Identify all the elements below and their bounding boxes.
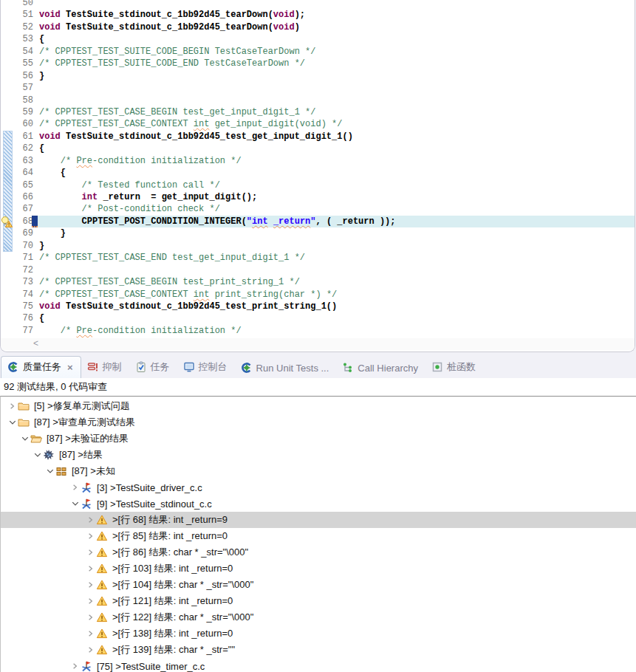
tree-row[interactable]: >[行 85] 结果: int _return=0 [1, 528, 636, 544]
code-line[interactable]: 63 /* Pre-condition initialization */ [1, 155, 635, 167]
line-number[interactable]: 55 [1, 58, 33, 69]
chevron-collapsed-icon[interactable] [85, 514, 96, 526]
chevron-collapsed-icon[interactable] [85, 611, 96, 623]
code-line[interactable]: 56} [1, 70, 635, 82]
chevron-expanded-icon[interactable] [44, 465, 55, 477]
chevron-expanded-icon[interactable] [32, 449, 43, 461]
tree-row[interactable]: [87] >审查单元测试结果 [1, 414, 636, 431]
code-line[interactable]: 59/* CPPTEST_TEST_CASE_BEGIN test_get_in… [1, 106, 635, 118]
chevron-collapsed-icon[interactable] [69, 660, 81, 672]
code-text: TestSuite_stdinout_c_1bb92d45_tearDown( [61, 10, 273, 20]
tree-row-label: [5] >修复单元测试问题 [33, 400, 130, 413]
code-text: { [39, 168, 66, 178]
tree-row-label: [3] >TestSuite_driver_c.c [96, 482, 202, 493]
code-line[interactable]: 58 [1, 95, 635, 106]
chevron-collapsed-icon[interactable] [85, 546, 96, 558]
tree-row[interactable]: >[行 122] 结果: char * _str="\000" [1, 609, 636, 625]
line-number[interactable]: 52 [1, 21, 33, 33]
bottom-view: 质量任务×抑制任务控制台Run Unit Tests ...Call Hiera… [0, 352, 636, 672]
line-number[interactable]: 50 [1, 0, 33, 9]
line-number[interactable]: 75 [1, 301, 33, 312]
warning-icon [96, 546, 108, 558]
quickfix-warning-bulb-icon[interactable] [1, 216, 13, 227]
code-line[interactable]: 77 /* Pre-condition initialization */ [1, 325, 635, 337]
tree-row[interactable]: [5] >修复单元测试问题 [1, 398, 636, 414]
tab-控制台[interactable]: 控制台 [177, 357, 235, 378]
chevron-collapsed-icon[interactable] [7, 400, 18, 412]
tree-row[interactable]: >[行 138] 结果: int _return=0 [1, 625, 636, 642]
tree-row[interactable]: >[行 104] 结果: char * _str="\000" [1, 577, 636, 593]
code-line[interactable]: 50 [1, 0, 635, 9]
chevron-collapsed-icon[interactable] [85, 530, 96, 542]
code-line[interactable]: 60/* CPPTEST_TEST_CASE_CONTEXT int get_i… [1, 118, 635, 130]
scroll-left-arrow-icon[interactable]: < [33, 338, 38, 349]
code-comment: /* CPPTEST_TEST_CASE_END test_get_input_… [39, 253, 305, 263]
code-line[interactable]: 57 [1, 82, 635, 94]
code-line[interactable]: 53{ [1, 33, 635, 45]
line-number[interactable]: 76 [1, 312, 33, 324]
tree-row[interactable]: >[行 103] 结果: int _return=0 [1, 560, 636, 577]
tree-row[interactable]: [87] >结果 [1, 447, 636, 463]
chevron-collapsed-icon[interactable] [85, 628, 96, 640]
line-number[interactable]: 60 [1, 118, 33, 130]
line-number[interactable]: 77 [1, 325, 33, 337]
code-line[interactable]: 76{ [1, 312, 635, 324]
code-line[interactable]: 72 [1, 264, 635, 276]
line-number[interactable]: 59 [1, 106, 33, 118]
code-line[interactable]: 51void TestSuite_stdinout_c_1bb92d45_tea… [1, 9, 635, 21]
code-line[interactable]: 66 int _return = get_input_digit(); [1, 191, 635, 203]
chevron-collapsed-icon[interactable] [85, 563, 96, 575]
line-number[interactable]: 54 [1, 46, 33, 58]
chevron-collapsed-icon[interactable] [85, 595, 96, 607]
line-number[interactable]: 56 [1, 70, 33, 82]
code-line[interactable]: 54/* CPPTEST_TEST_SUITE_CODE_BEGIN TestC… [1, 46, 635, 58]
tab-call-hierarchy[interactable]: Call Hierarchy [336, 358, 425, 378]
code-line[interactable]: 68 CPPTEST_POST_CONDITION_INTEGER("int _… [1, 216, 635, 227]
code-line[interactable]: 69 } [1, 227, 635, 239]
tree-row[interactable]: [87] >未知 [1, 463, 636, 479]
line-number[interactable]: 74 [1, 289, 33, 301]
line-number[interactable]: 51 [1, 9, 33, 21]
tab-quality-tasks[interactable]: 质量任务× [1, 356, 81, 378]
tree-row[interactable]: [9] >TestSuite_stdinout_c.c [1, 496, 636, 512]
results-tree[interactable]: [5] >修复单元测试问题[87] >审查单元测试结果[87] >未验证的结果[… [0, 396, 636, 672]
code-line[interactable]: 71/* CPPTEST_TEST_CASE_END test_get_inpu… [1, 252, 635, 264]
tab-抑制[interactable]: 抑制 [81, 357, 129, 378]
tree-row[interactable]: [75] >TestSuite_timer_c.c [1, 658, 636, 672]
code-line[interactable]: 74/* CPPTEST_TEST_CASE_CONTEXT int print… [1, 289, 635, 301]
tab-run-unit-tests-[interactable]: Run Unit Tests ... [235, 358, 337, 378]
code-line[interactable]: 73/* CPPTEST_TEST_CASE_BEGIN test_print_… [1, 276, 635, 288]
tree-row[interactable]: >[行 139] 结果: char * _str="" [1, 642, 636, 658]
line-number[interactable]: 73 [1, 276, 33, 288]
code-line[interactable]: 70} [1, 240, 635, 252]
chevron-expanded-icon[interactable] [7, 416, 18, 428]
chevron-collapsed-icon[interactable] [85, 579, 96, 591]
line-number[interactable]: 72 [1, 264, 33, 276]
line-number[interactable]: 57 [1, 82, 33, 94]
code-line[interactable]: 67 /* Post-condition check */ [1, 203, 635, 215]
code-line[interactable]: 55/* CPPTEST_TEST_SUITE_CODE_END TestCas… [1, 58, 635, 69]
tab-任务[interactable]: 任务 [129, 357, 177, 378]
chevron-collapsed-icon[interactable] [69, 481, 81, 493]
tree-row[interactable]: >[行 121] 结果: int _return=0 [1, 593, 636, 609]
horizontal-scrollbar[interactable]: < [1, 338, 635, 350]
code-editor[interactable]: 5051void TestSuite_stdinout_c_1bb92d45_t… [0, 0, 635, 352]
code-line[interactable]: 52void TestSuite_stdinout_c_1bb92d45_tea… [1, 21, 635, 33]
chevron-expanded-icon[interactable] [19, 433, 30, 445]
line-number[interactable]: 53 [1, 33, 33, 45]
tree-row[interactable]: >[行 68] 结果: int _return=9 [1, 512, 636, 528]
tab-桩函数[interactable]: 桩函数 [425, 357, 483, 378]
tree-row[interactable]: >[行 86] 结果: char * _str="\000" [1, 544, 636, 560]
close-icon[interactable]: × [67, 362, 73, 373]
code-line[interactable]: 65 /* Tested function call */ [1, 179, 635, 191]
tree-row[interactable]: [87] >未验证的结果 [1, 431, 636, 447]
code-line[interactable]: 64 { [1, 167, 635, 179]
line-number[interactable]: 58 [1, 95, 33, 106]
code-line[interactable]: 62{ [1, 143, 635, 154]
line-number[interactable]: 71 [1, 252, 33, 264]
chevron-expanded-icon[interactable] [69, 498, 81, 510]
chevron-collapsed-icon[interactable] [85, 644, 96, 656]
code-line[interactable]: 75void TestSuite_stdinout_c_1bb92d45_tes… [1, 301, 635, 312]
code-line[interactable]: 61void TestSuite_stdinout_c_1bb92d45_tes… [1, 131, 635, 143]
tree-row[interactable]: [3] >TestSuite_driver_c.c [1, 479, 636, 496]
